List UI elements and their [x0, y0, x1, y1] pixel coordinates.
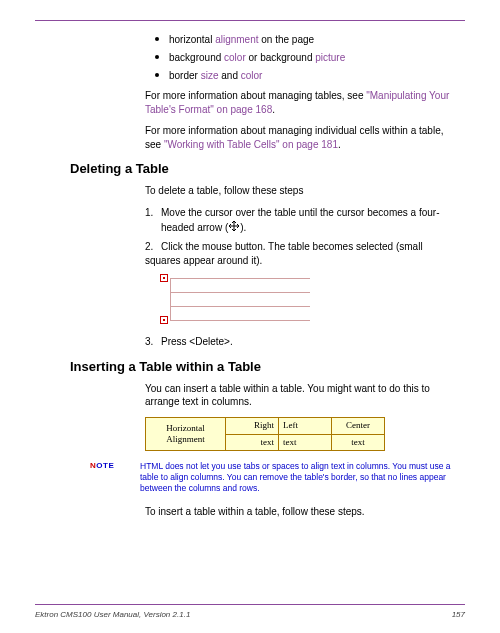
table-border-line	[170, 292, 310, 293]
cell: Center	[332, 418, 384, 434]
bullet-list: horizontal alignment on the page backgro…	[155, 33, 460, 83]
paragraph: For more information about managing indi…	[145, 124, 460, 151]
heading-deleting-table: Deleting a Table	[70, 161, 460, 176]
link-bg-picture[interactable]: picture	[315, 52, 345, 63]
step-1: 1.Move the cursor over the table until t…	[145, 206, 460, 236]
text: background	[169, 52, 224, 63]
table-border-line	[170, 278, 171, 320]
text: border	[169, 70, 201, 81]
table-border-line	[170, 278, 310, 279]
cell: text	[332, 435, 384, 450]
footer: Ektron CMS100 User Manual, Version 2.1.1…	[35, 610, 465, 619]
footer-title: Ektron CMS100 User Manual, Version 2.1.1	[35, 610, 190, 619]
text: horizontal	[169, 34, 215, 45]
step-3: 3.Press <Delete>.	[145, 335, 460, 349]
top-rule	[35, 20, 465, 21]
text: For more information about managing tabl…	[145, 90, 366, 101]
bullet-dot-icon	[155, 55, 159, 59]
cell: text	[226, 435, 279, 450]
link-table-cells[interactable]: "Working with Table Cells" on page 181	[164, 139, 338, 150]
text: Click the mouse button. The table become…	[145, 241, 423, 266]
step-2: 2.Click the mouse button. The table beco…	[145, 240, 460, 268]
paragraph: To insert a table within a table, follow…	[145, 505, 460, 519]
note-text: HTML does not let you use tabs or spaces…	[140, 461, 460, 495]
table-border-line	[170, 320, 310, 321]
bullet-text: horizontal alignment on the page	[169, 33, 314, 47]
step-number: 3.	[145, 335, 161, 349]
cell: text	[279, 435, 332, 450]
table-row: text text text	[226, 434, 384, 450]
cell: Left	[279, 418, 332, 434]
text: Move the cursor over the table until the…	[161, 207, 439, 218]
nested-table-body: Right Left Center text text text	[226, 418, 384, 450]
note-block: NOTE HTML does not let you use tabs or s…	[90, 461, 460, 495]
bullet-text: background color or background picture	[169, 51, 345, 65]
paragraph: You can insert a table within a table. Y…	[145, 382, 460, 409]
bullet-dot-icon	[155, 37, 159, 41]
note-label: NOTE	[90, 461, 140, 470]
paragraph: For more information about managing tabl…	[145, 89, 460, 116]
step-number: 1.	[145, 206, 161, 220]
page-number: 157	[452, 610, 465, 619]
bullet-dot-icon	[155, 73, 159, 77]
text: and	[218, 70, 240, 81]
nested-table-figure: Horizontal Alignment Right Left Center t…	[145, 417, 385, 451]
text: on the page	[259, 34, 315, 45]
bullet-item: border size and color	[155, 69, 460, 83]
selected-table-figure	[160, 274, 310, 329]
text: Press <Delete>.	[161, 336, 233, 347]
link-alignment[interactable]: alignment	[215, 34, 258, 45]
heading-inserting-table: Inserting a Table within a Table	[70, 359, 460, 374]
selection-handle-icon	[160, 274, 168, 282]
bullet-item: horizontal alignment on the page	[155, 33, 460, 47]
table-border-line	[170, 306, 310, 307]
paragraph: To delete a table, follow these steps	[145, 184, 460, 198]
link-border-color[interactable]: color	[241, 70, 263, 81]
selection-handle-icon	[160, 316, 168, 324]
move-cursor-icon	[228, 220, 240, 236]
cell: Right	[226, 418, 279, 434]
step-number: 2.	[145, 240, 161, 254]
link-border-size[interactable]: size	[201, 70, 219, 81]
table-row: Right Left Center	[226, 418, 384, 434]
bullet-item: background color or background picture	[155, 51, 460, 65]
text: .	[272, 104, 275, 115]
text: or background	[246, 52, 316, 63]
text: headed arrow (	[161, 221, 228, 232]
text: .	[338, 139, 341, 150]
nested-table-label: Horizontal Alignment	[146, 418, 226, 450]
bullet-text: border size and color	[169, 69, 262, 83]
bottom-rule	[35, 604, 465, 605]
link-bg-color[interactable]: color	[224, 52, 246, 63]
text: ).	[240, 221, 246, 232]
note-rest: OTE	[96, 461, 114, 470]
